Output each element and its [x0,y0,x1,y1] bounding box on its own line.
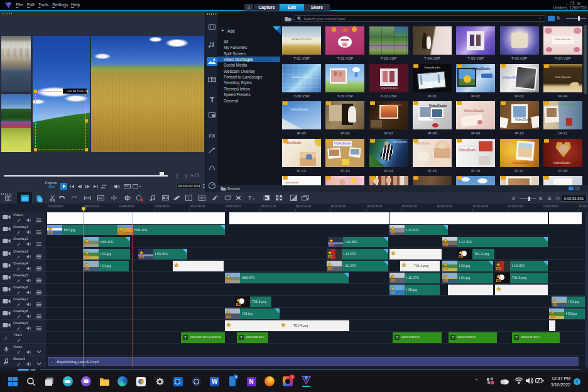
svg-text:T: T [187,196,190,200]
svg-text:,T: ,T [3,335,8,341]
svg-text:T: T [248,195,252,201]
svg-text:3: 3 [253,197,254,201]
